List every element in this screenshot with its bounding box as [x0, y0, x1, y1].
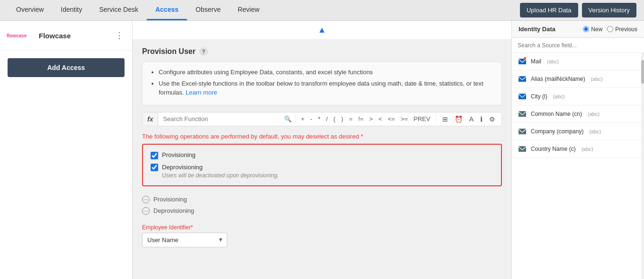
brand-name: Flowcase: [39, 32, 71, 40]
op-plus[interactable]: +: [299, 113, 307, 124]
op-equals[interactable]: =: [347, 113, 355, 124]
list-item[interactable]: Common Name (cn) (abc): [512, 105, 644, 123]
operations-label: The following operations are performed b…: [142, 133, 502, 140]
source-alias-name: Alias (mailNickName): [531, 76, 585, 82]
svg-text:flowcase: flowcase: [7, 33, 27, 38]
source-city-name: City (l): [531, 93, 547, 100]
radio-previous[interactable]: [607, 26, 613, 32]
info-icon[interactable]: ℹ: [478, 113, 485, 125]
scroll-up-icon: ▲: [318, 25, 326, 35]
deprovisioning-list-label: Deprovisioning: [153, 207, 194, 214]
radio-previous-label[interactable]: Previous: [607, 26, 637, 33]
sidebar: flowcase Flowcase ⋮ Add Access: [0, 21, 133, 279]
nav-review[interactable]: Review: [229, 0, 268, 20]
info-box: Configure attributes using Employee Data…: [142, 61, 502, 105]
provisioning-row: Provisioning: [151, 151, 493, 159]
upload-hr-data-button[interactable]: Upload HR Data: [520, 3, 578, 17]
deprovisioning-checkbox[interactable]: [151, 164, 158, 171]
source-company-name: Company (company): [531, 128, 583, 135]
content-area: ▲ Provision User ? Configure attributes …: [133, 21, 644, 279]
radio-previous-text: Previous: [615, 26, 637, 33]
svg-rect-4: [519, 94, 526, 99]
op-prev[interactable]: PREV: [411, 113, 432, 124]
scrollbar-thumb[interactable]: [641, 60, 644, 84]
nav-identity[interactable]: Identity: [52, 0, 90, 20]
provision-user-title: Provision User: [142, 47, 196, 56]
source-mail-name: Mail: [531, 58, 541, 65]
city-icon: [518, 92, 527, 101]
source-alias-type: (abc): [591, 76, 603, 82]
scroll-indicator: ▲: [133, 21, 511, 40]
svg-rect-2: [524, 57, 526, 60]
source-common-name-type: (abc): [588, 111, 599, 117]
nav-observe[interactable]: Observe: [187, 0, 229, 20]
source-country-type: (abc): [581, 146, 593, 152]
radio-new-label[interactable]: New: [583, 26, 602, 33]
clock-icon[interactable]: ⏰: [452, 113, 465, 125]
list-item[interactable]: Country Name (c) (abc): [512, 140, 644, 158]
op-open-paren[interactable]: (: [331, 113, 338, 124]
fx-badge: fx: [143, 113, 158, 126]
brand-logo: flowcase: [7, 32, 35, 39]
op-less-equal[interactable]: <=: [385, 113, 397, 124]
provisioning-label: Provisioning: [162, 151, 196, 158]
help-icon[interactable]: ?: [199, 47, 208, 56]
add-access-button[interactable]: Add Access: [8, 58, 125, 77]
list-item: Provisioning: [142, 194, 502, 205]
employee-id-label: Employee Identifier*: [142, 224, 502, 231]
op-less[interactable]: <: [376, 113, 385, 124]
nav-service-desk[interactable]: Service Desk: [91, 0, 147, 20]
svg-rect-3: [519, 76, 526, 82]
provisioning-list-icon: [142, 196, 150, 203]
op-not-equals[interactable]: !=: [356, 113, 366, 124]
list-item: Deprovisioning: [142, 205, 502, 217]
list-item[interactable]: City (l) (abc): [512, 88, 644, 105]
nav-overview[interactable]: Overview: [8, 0, 52, 20]
info-item-1: Configure attributes using Employee Data…: [159, 68, 494, 77]
section-header: Provision User ?: [142, 47, 502, 56]
employee-id-select[interactable]: User Name Email Employee ID: [142, 233, 227, 247]
list-item[interactable]: Mail (abc): [512, 53, 644, 70]
country-icon: [518, 144, 527, 154]
source-common-name-name: Common Name (cn): [531, 111, 582, 117]
layout: flowcase Flowcase ⋮ Add Access ▲ Provisi…: [0, 21, 644, 279]
deprovisioning-row: Deprovisioning Users will be deactivated…: [151, 163, 493, 179]
nav-access[interactable]: Access: [147, 0, 187, 20]
radio-new[interactable]: [583, 26, 589, 32]
op-greater[interactable]: >: [367, 113, 376, 124]
op-greater-equal[interactable]: >=: [398, 113, 410, 124]
op-divide[interactable]: /: [324, 113, 331, 124]
more-options-icon[interactable]: ⋮: [113, 28, 125, 43]
operations-list: Provisioning Deprovisioning: [142, 194, 502, 217]
search-function-input[interactable]: [158, 113, 280, 125]
svg-rect-5: [519, 111, 526, 117]
provisioning-checkbox[interactable]: [151, 152, 158, 159]
source-mail-type: (abc): [547, 59, 559, 64]
company-icon: [518, 127, 527, 136]
svg-rect-6: [519, 129, 526, 134]
radio-new-text: New: [591, 26, 602, 33]
scrollbar-track: [641, 53, 644, 279]
settings-icon[interactable]: ⚙: [487, 113, 498, 125]
formula-icon-buttons: ⊞ ⏰ A ℹ ⚙: [436, 113, 501, 125]
grid-icon[interactable]: ⊞: [440, 113, 450, 125]
top-nav: Overview Identity Service Desk Access Ob…: [0, 0, 644, 21]
list-item[interactable]: Alias (mailNickName) (abc): [512, 70, 644, 88]
required-star: *: [361, 133, 363, 140]
deprovisioning-label: Deprovisioning: [162, 164, 203, 171]
source-company-type: (abc): [589, 129, 601, 134]
source-list: Mail (abc) Alias (mailNickName) (abc) Ci…: [512, 53, 644, 279]
op-close-paren[interactable]: ): [339, 113, 346, 124]
op-minus[interactable]: -: [308, 113, 314, 124]
list-item[interactable]: Company (company) (abc): [512, 123, 644, 140]
svg-rect-7: [519, 146, 526, 152]
learn-more-link[interactable]: Learn more: [186, 89, 217, 96]
source-city-type: (abc): [553, 94, 565, 99]
formula-bar: fx 🔍 + - * / ( ) = != > < <=: [142, 112, 502, 126]
formula-search-icon: 🔍: [280, 113, 295, 125]
op-multiply[interactable]: *: [316, 113, 323, 124]
source-search-input[interactable]: [518, 42, 638, 49]
source-search: [512, 38, 644, 53]
version-history-button[interactable]: Version History: [582, 3, 636, 17]
font-icon[interactable]: A: [467, 113, 476, 125]
